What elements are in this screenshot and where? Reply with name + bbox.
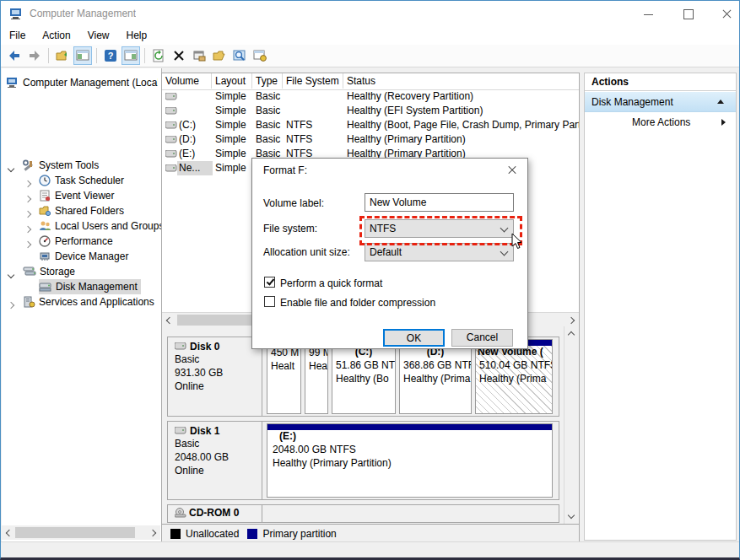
collapse-icon[interactable] bbox=[717, 100, 724, 104]
column-file-system[interactable]: File System bbox=[283, 73, 343, 89]
cell-volume bbox=[179, 89, 211, 104]
tree-item-task-scheduler[interactable]: Task Scheduler bbox=[39, 173, 124, 188]
tree-item-local-users-groups[interactable]: Local Users and Groups bbox=[39, 218, 164, 234]
partition-e[interactable]: (E:) 2048.00 GB NTFS Healthy (Primary Pa… bbox=[267, 423, 553, 498]
menu-view[interactable]: View bbox=[79, 27, 118, 44]
tree-item-disk-management[interactable]: Disk Management bbox=[39, 279, 141, 294]
close-button[interactable] bbox=[715, 6, 740, 21]
tree-scrollbar-thumb[interactable] bbox=[15, 527, 135, 538]
tree-horizontal-scrollbar[interactable] bbox=[2, 525, 160, 540]
performance-icon bbox=[39, 235, 51, 247]
dialog-close-icon[interactable] bbox=[502, 162, 522, 179]
back-icon[interactable] bbox=[5, 46, 24, 65]
disk-vertical-scrollbar[interactable] bbox=[564, 326, 579, 524]
tree-item-label: Computer Management (Local bbox=[23, 77, 158, 89]
allocation-unit-label: Allocation unit size: bbox=[263, 246, 350, 258]
column-status[interactable]: Status bbox=[343, 73, 579, 89]
menu-help[interactable]: Help bbox=[118, 27, 156, 44]
cell-volume bbox=[179, 104, 211, 118]
scroll-up-icon[interactable] bbox=[568, 331, 575, 338]
tree-item-computer-management[interactable]: Computer Management (Local bbox=[7, 75, 158, 90]
disk1-row: Disk 1 Basic 2048.00 GB Online (E:) 2048… bbox=[167, 421, 559, 500]
expander-shared-folders[interactable] bbox=[25, 207, 30, 219]
cell-status: Healthy (Recovery Partition) bbox=[347, 89, 579, 104]
volume-row[interactable]: Simple Basic Healthy (Recovery Partition… bbox=[162, 89, 579, 104]
volume-label-input[interactable]: New Volume bbox=[365, 193, 514, 212]
disk-management-icon bbox=[39, 281, 52, 293]
open-icon[interactable] bbox=[210, 46, 229, 65]
tree-item-shared-folders[interactable]: Shared Folders bbox=[39, 203, 124, 218]
menu-file[interactable]: File bbox=[1, 27, 34, 44]
expander-task-scheduler[interactable] bbox=[25, 177, 30, 189]
task-scheduler-icon bbox=[39, 175, 51, 186]
column-volume[interactable]: Volume bbox=[162, 73, 212, 89]
tree-item-device-manager[interactable]: Device Manager bbox=[39, 249, 128, 264]
partition-new-volume[interactable]: New Volume ( 510.04 GB NTFS Healthy (Pri… bbox=[475, 339, 553, 414]
tree-item-services-applications[interactable]: Services and Applications bbox=[23, 294, 154, 310]
partition-c[interactable]: (C:) 51.86 GB NT Healthy (Bo bbox=[332, 339, 396, 414]
scroll-left-icon[interactable] bbox=[6, 530, 13, 536]
help-icon[interactable]: ? bbox=[101, 46, 120, 65]
show-action-pane-icon[interactable] bbox=[122, 46, 140, 65]
column-type[interactable]: Type bbox=[252, 73, 283, 89]
delete-icon[interactable] bbox=[170, 46, 188, 65]
menu-action[interactable]: Action bbox=[34, 27, 78, 44]
partition-recovery[interactable]: 450 M Healt bbox=[267, 339, 301, 414]
tree-item-event-viewer[interactable]: Event Viewer bbox=[39, 188, 114, 203]
expander-event-viewer[interactable] bbox=[25, 192, 30, 204]
scroll-right-icon[interactable] bbox=[149, 530, 156, 536]
tree-item-label: System Tools bbox=[39, 159, 99, 171]
app-icon bbox=[9, 7, 23, 20]
disk0-label[interactable]: Disk 0 Basic 931.30 GB Online bbox=[168, 337, 262, 416]
quick-format-checkbox[interactable] bbox=[264, 277, 275, 288]
column-layout[interactable]: Layout bbox=[212, 73, 252, 89]
partition-d[interactable]: (D:) 368.86 GB NTF Healthy (Prima bbox=[399, 339, 472, 414]
volume-row[interactable]: Simple Basic Healthy (EFI System Partiti… bbox=[162, 104, 579, 118]
shared-folders-icon bbox=[39, 205, 51, 217]
expander-local-users[interactable] bbox=[25, 223, 30, 234]
disk1-label[interactable]: Disk 1 Basic 2048.00 GB Online bbox=[168, 422, 262, 499]
tree-item-performance[interactable]: Performance bbox=[39, 234, 113, 249]
expander-services-applications[interactable] bbox=[8, 299, 14, 310]
scroll-down-icon[interactable] bbox=[568, 512, 575, 519]
ok-button[interactable]: OK bbox=[383, 329, 445, 347]
disk-status: Online bbox=[175, 464, 262, 477]
maximize-button[interactable] bbox=[676, 6, 701, 21]
unallocated-swatch bbox=[170, 529, 181, 539]
volume-row[interactable]: (C:) Simple Basic NTFS Healthy (Boot, Pa… bbox=[162, 118, 579, 132]
forward-icon[interactable] bbox=[25, 46, 44, 65]
show-console-tree-icon[interactable] bbox=[73, 46, 92, 65]
svg-text:?: ? bbox=[108, 51, 114, 61]
cell-type: Basic bbox=[256, 89, 280, 104]
expander-performance[interactable] bbox=[25, 238, 30, 250]
local-users-groups-icon bbox=[39, 220, 51, 232]
more-actions-item[interactable]: More Actions bbox=[585, 113, 736, 132]
export-list-icon[interactable] bbox=[53, 46, 72, 65]
tree-item-label: Task Scheduler bbox=[55, 175, 124, 186]
scroll-left-icon[interactable] bbox=[166, 317, 173, 324]
scroll-right-icon[interactable] bbox=[568, 317, 575, 324]
allocation-unit-dropdown[interactable]: Default bbox=[365, 243, 514, 261]
customize-icon[interactable] bbox=[251, 46, 269, 65]
volume-row[interactable]: (D:) Simple Basic NTFS Healthy (Primary … bbox=[162, 132, 579, 147]
expander-system-tools[interactable] bbox=[8, 162, 14, 174]
expander-storage[interactable] bbox=[8, 268, 14, 280]
cell-layout: Simple bbox=[215, 104, 246, 118]
actions-group-disk-management[interactable]: Disk Management bbox=[585, 92, 736, 112]
minimize-button[interactable] bbox=[636, 6, 662, 21]
cancel-button[interactable]: Cancel bbox=[451, 329, 513, 347]
partition-efi[interactable]: 99 M Hea bbox=[305, 339, 328, 414]
find-icon[interactable] bbox=[230, 46, 249, 65]
refresh-icon[interactable] bbox=[149, 46, 168, 65]
disk-size: 931.30 GB bbox=[175, 366, 262, 380]
properties-icon[interactable] bbox=[190, 46, 208, 65]
disk-name: Disk 1 bbox=[190, 425, 219, 437]
dialog-title: Format F: bbox=[263, 164, 307, 176]
cell-volume: Ne... bbox=[177, 161, 213, 175]
computer-icon bbox=[7, 77, 19, 89]
partition-status: Healthy (Bo bbox=[332, 372, 395, 385]
cdrom-label[interactable]: CD-ROM 0 bbox=[168, 505, 262, 522]
tree-item-system-tools[interactable]: System Tools bbox=[23, 158, 99, 173]
tree-item-storage[interactable]: Storage bbox=[23, 264, 75, 279]
compression-checkbox[interactable] bbox=[264, 296, 275, 307]
